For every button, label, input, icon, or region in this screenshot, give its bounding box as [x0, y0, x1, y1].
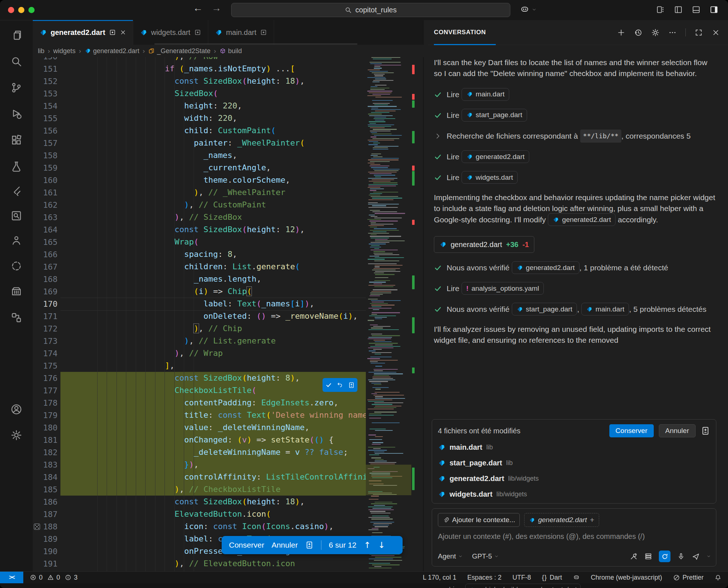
- search-input[interactable]: copitot_rules: [231, 3, 510, 17]
- dart-icon: [438, 490, 446, 498]
- activity-item-container[interactable]: [11, 286, 22, 297]
- file-chip-main.dart[interactable]: main.dart: [581, 303, 629, 315]
- chat-messages[interactable]: I'll scan the key Dart files to locate t…: [424, 45, 728, 420]
- breadcrumb-item-build[interactable]: build: [219, 47, 242, 55]
- file-chip-widgets.dart[interactable]: widgets.dart: [462, 171, 518, 184]
- toggle-secondary-sidebar-icon[interactable]: [709, 5, 719, 14]
- modified-file-row[interactable]: start_page.dartlib: [438, 457, 710, 469]
- microphone-icon[interactable]: [677, 552, 685, 560]
- file-chip-start_page.dart[interactable]: start_page.dart: [512, 303, 577, 315]
- activity-item-files[interactable]: [11, 29, 22, 41]
- close-icon[interactable]: [712, 28, 720, 37]
- mode-dropdown[interactable]: Agent: [438, 552, 463, 560]
- refresh-icon: [661, 553, 668, 560]
- customize-layout-icon[interactable]: [656, 5, 665, 14]
- file-chip-generated2.dart[interactable]: generated2.dart: [548, 213, 616, 226]
- code-editor[interactable]: 1501511521531541551561571581591601611621…: [33, 57, 423, 571]
- breadcrumb-item-generated2.dart[interactable]: generated2.dart: [84, 47, 139, 55]
- new-chat-icon[interactable]: [617, 28, 625, 37]
- history-icon[interactable]: [634, 28, 642, 37]
- close-icon[interactable]: [120, 29, 126, 36]
- more-icon[interactable]: [668, 28, 677, 37]
- breadcrumb-item-lib[interactable]: lib: [38, 47, 44, 55]
- status-item-Dart[interactable]: {}Dart: [542, 574, 562, 581]
- expand-icon[interactable]: [695, 28, 703, 37]
- activity-item-source-control[interactable]: [11, 82, 22, 94]
- model-dropdown[interactable]: GPT-5: [472, 552, 499, 560]
- view-diff-icon[interactable]: [701, 426, 710, 436]
- settings-icon[interactable]: [651, 28, 660, 37]
- tab-main.dart[interactable]: main.dart: [208, 20, 274, 45]
- tab-generated2.dart[interactable]: generated2.dart: [33, 20, 133, 45]
- pinned-icon[interactable]: [194, 29, 201, 36]
- tab-widgets.dart[interactable]: widgets.dart: [133, 20, 208, 45]
- minimap[interactable]: [366, 57, 411, 571]
- next-change-icon[interactable]: ↓: [378, 540, 385, 550]
- attached-file-chip[interactable]: generated2.dart +: [524, 513, 599, 527]
- problems-summary[interactable]: 003: [30, 574, 80, 581]
- send-icon[interactable]: [692, 552, 700, 561]
- open-diff-icon[interactable]: [305, 541, 314, 549]
- status-item-L 170, col 1[interactable]: L 170, col 1: [423, 574, 456, 581]
- tools-icon[interactable]: [630, 552, 638, 560]
- open-diff-icon[interactable]: [348, 382, 355, 389]
- activity-item-search[interactable]: [11, 56, 22, 67]
- activity-item-pipeline[interactable]: [11, 312, 22, 323]
- discard-button[interactable]: Annuler: [272, 541, 298, 549]
- activity-item-org[interactable]: [11, 235, 22, 246]
- chevron-down-icon[interactable]: [707, 554, 711, 559]
- discard-all-button[interactable]: Annuler: [659, 424, 696, 437]
- remote-indicator[interactable]: ><: [0, 572, 23, 583]
- file-chip-main.dart[interactable]: main.dart: [462, 88, 509, 101]
- status-item[interactable]: [715, 574, 721, 581]
- breadcrumb-item-_Generated2State[interactable]: _Generated2State: [148, 47, 210, 55]
- zoom-window-button[interactable]: [28, 7, 35, 13]
- activity-item-flutter[interactable]: [11, 185, 22, 197]
- file-chip-generated2.dart[interactable]: generated2.dart: [512, 261, 579, 274]
- activity-item-openai[interactable]: [11, 260, 22, 272]
- activity-item-testing[interactable]: [11, 160, 22, 172]
- activity-item-remote-search[interactable]: [11, 210, 22, 222]
- modified-files-card: 4 fichiers ont été modifiés Conserver An…: [432, 419, 716, 504]
- forward-icon[interactable]: →: [211, 3, 221, 14]
- status-item[interactable]: [573, 574, 580, 581]
- keep-button[interactable]: Conserver: [229, 541, 264, 549]
- tab-conversation[interactable]: CONVERSATION: [434, 29, 486, 36]
- breadcrumb-item-widgets[interactable]: widgets: [53, 47, 75, 55]
- close-window-button[interactable]: [8, 7, 14, 13]
- modified-file-row[interactable]: generated2.dartlib/widgets: [438, 473, 710, 484]
- toggle-panel-icon[interactable]: [692, 5, 701, 14]
- modified-file-row[interactable]: main.dartlib: [438, 441, 710, 453]
- accept-change-icon[interactable]: [325, 382, 332, 388]
- retry-button[interactable]: [659, 551, 670, 562]
- diff-summary-chip[interactable]: generated2.dart+36-1: [434, 236, 534, 253]
- file-chip-analysis_options.yaml[interactable]: !analysis_options.yaml: [462, 282, 544, 295]
- activity-item-settings[interactable]: [11, 429, 22, 441]
- pinned-icon[interactable]: [260, 29, 267, 36]
- toggle-primary-sidebar-icon[interactable]: [674, 5, 683, 14]
- code-line-155: width: 220,: [88, 112, 366, 124]
- mcp-servers-icon[interactable]: [644, 552, 652, 560]
- add-attachment-icon[interactable]: +: [590, 516, 594, 524]
- modified-file-row[interactable]: widgets.dartlib/widgets: [438, 488, 710, 500]
- undo-change-icon[interactable]: [337, 382, 343, 388]
- activity-item-account[interactable]: [11, 404, 22, 415]
- expand-chevron-icon[interactable]: [434, 132, 442, 140]
- status-item-Chrome (web-javascript)[interactable]: Chrome (web-javascript): [591, 574, 662, 581]
- add-context-button[interactable]: Ajouter le contexte...: [438, 513, 520, 527]
- status-item-UTF-8[interactable]: UTF-8: [513, 574, 531, 581]
- minimize-window-button[interactable]: [18, 7, 24, 13]
- copilot-menu-button[interactable]: [520, 5, 537, 15]
- activity-item-run-debug[interactable]: [11, 108, 22, 120]
- activity-item-extensions[interactable]: [11, 134, 22, 146]
- chat-input[interactable]: Ajouter le contexte... generated2.dart +…: [432, 508, 716, 567]
- back-icon[interactable]: ←: [193, 3, 203, 14]
- file-chip[interactable]: vehicle_builder_smoke_test.dart: [465, 584, 581, 588]
- file-chip-generated2.dart[interactable]: generated2.dart: [462, 150, 529, 163]
- file-chip-start_page.dart[interactable]: start_page.dart: [462, 109, 527, 122]
- pinned-icon[interactable]: [109, 29, 116, 36]
- status-item-Espaces : 2[interactable]: Espaces : 2: [467, 574, 502, 581]
- status-item-Prettier[interactable]: Prettier: [673, 574, 704, 581]
- keep-all-button[interactable]: Conserver: [609, 424, 654, 437]
- previous-change-icon[interactable]: ↑: [364, 540, 371, 550]
